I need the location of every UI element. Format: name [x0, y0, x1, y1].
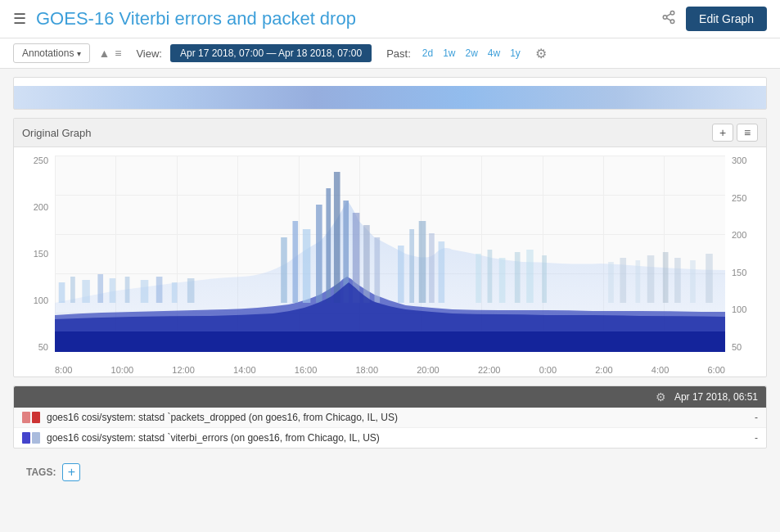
svg-rect-40	[663, 252, 669, 303]
y-axis-left: 250 200 150 100 50	[14, 156, 52, 352]
collapse-icon[interactable]: ▲	[98, 47, 110, 60]
tags-row: TAGS: +	[13, 457, 767, 488]
swatch-right-packets	[32, 412, 40, 423]
x-label-12: 12:00	[172, 365, 195, 375]
svg-rect-32	[499, 258, 506, 303]
swatch-right-viterbi	[32, 432, 40, 444]
share-icon[interactable]	[661, 10, 676, 28]
y-label-250: 250	[34, 156, 48, 165]
chart-canvas	[55, 156, 725, 352]
svg-point-2	[670, 20, 674, 24]
main-content: Original Graph + ≡ 250 200 150 100 50 30…	[0, 69, 780, 496]
past-2d-button[interactable]: 2d	[419, 46, 436, 61]
graph-panel: Original Graph + ≡ 250 200 150 100 50 30…	[13, 118, 767, 377]
y-label-100: 100	[34, 295, 48, 305]
y-label-200: 200	[34, 202, 48, 212]
mini-chart-fill	[14, 86, 766, 109]
y-label-r-250: 250	[732, 193, 746, 203]
svg-rect-8	[97, 274, 103, 303]
y-axis-right: 300 250 200 150 100 50	[728, 156, 766, 352]
swatch-left-viterbi	[22, 432, 30, 444]
svg-rect-5	[59, 282, 65, 303]
tags-label: TAGS:	[26, 467, 56, 478]
x-label-4: 4:00	[652, 365, 669, 375]
svg-rect-20	[334, 172, 340, 303]
svg-rect-33	[515, 252, 521, 303]
page-header: ☰ GOES-16 Viterbi errors and packet drop…	[0, 0, 780, 38]
svg-rect-9	[110, 278, 116, 303]
svg-rect-24	[374, 237, 380, 303]
graph-panel-header: Original Graph + ≡	[14, 119, 766, 147]
data-value-packets: -	[733, 412, 758, 423]
x-label-22: 22:00	[478, 365, 501, 375]
svg-rect-16	[292, 221, 298, 303]
past-1y-button[interactable]: 1y	[507, 46, 524, 61]
svg-rect-25	[398, 246, 404, 303]
hamburger-icon[interactable]: ☰	[13, 10, 26, 28]
svg-rect-28	[429, 233, 435, 303]
svg-rect-7	[82, 280, 90, 303]
x-label-8: 8:00	[55, 365, 72, 375]
svg-point-1	[663, 16, 667, 20]
svg-rect-11	[141, 280, 149, 303]
add-tag-button[interactable]: +	[62, 463, 80, 481]
settings-icon[interactable]: ⚙	[535, 46, 547, 61]
svg-rect-35	[542, 255, 547, 303]
toolbar-icons: ▲ ≡	[98, 47, 121, 60]
svg-rect-26	[409, 229, 414, 303]
svg-point-0	[670, 11, 674, 16]
past-1w-button[interactable]: 1w	[440, 46, 458, 61]
svg-rect-31	[488, 250, 493, 303]
svg-rect-18	[316, 205, 322, 303]
x-label-10: 10:00	[111, 365, 134, 375]
add-graph-button[interactable]: +	[712, 124, 733, 142]
x-label-16: 16:00	[295, 365, 318, 375]
series-name-viterbi: goes16 cosi/system: statsd `viterbi_erro…	[47, 432, 727, 444]
svg-rect-10	[125, 277, 130, 303]
data-table-header: ⚙ Apr 17 2018, 06:51	[14, 386, 766, 408]
data-row-packets: goes16 cosi/system: statsd `packets_drop…	[14, 408, 766, 428]
graph-menu-button[interactable]: ≡	[737, 124, 758, 142]
data-table-header-date: Apr 17 2018, 06:51	[674, 391, 758, 403]
y-label-50: 50	[38, 342, 48, 352]
data-value-viterbi: -	[733, 432, 758, 444]
y-label-r-200: 200	[732, 230, 746, 240]
annotations-button[interactable]: Annotations	[13, 43, 90, 63]
chart-svg	[55, 156, 725, 352]
lines-icon[interactable]: ≡	[115, 47, 121, 60]
past-label: Past:	[386, 47, 411, 60]
svg-rect-42	[690, 260, 696, 303]
svg-rect-36	[608, 262, 614, 303]
svg-rect-30	[476, 254, 481, 303]
svg-rect-37	[620, 258, 626, 303]
graph-panel-title: Original Graph	[22, 127, 709, 139]
chart-bg	[55, 156, 725, 352]
svg-rect-19	[326, 188, 331, 303]
svg-rect-39	[647, 255, 655, 303]
svg-rect-23	[363, 225, 370, 303]
svg-rect-13	[172, 282, 178, 303]
color-swatch-packets	[22, 412, 40, 423]
svg-line-4	[667, 14, 671, 16]
svg-rect-41	[674, 258, 681, 303]
past-2w-button[interactable]: 2w	[462, 46, 480, 61]
chart-area: 250 200 150 100 50 300 250 200 150 100 5…	[14, 147, 766, 376]
svg-line-3	[667, 18, 671, 20]
edit-graph-button[interactable]: Edit Graph	[686, 7, 767, 31]
toolbar: Annotations ▲ ≡ View: Apr 17 2018, 07:00…	[0, 38, 780, 69]
mini-chart	[13, 77, 767, 110]
svg-rect-6	[70, 277, 75, 303]
data-table-gear-icon[interactable]: ⚙	[656, 390, 666, 404]
color-swatch-viterbi	[22, 432, 40, 444]
view-range[interactable]: Apr 17 2018, 07:00 — Apr 18 2018, 07:00	[170, 44, 372, 62]
svg-rect-27	[419, 221, 426, 303]
svg-rect-14	[187, 278, 195, 303]
page-title: GOES-16 Viterbi errors and packet drop	[36, 8, 652, 29]
series-name-packets: goes16 cosi/system: statsd `packets_drop…	[47, 412, 727, 423]
svg-rect-43	[706, 254, 713, 303]
x-label-18: 18:00	[355, 365, 378, 375]
data-row-viterbi: goes16 cosi/system: statsd `viterbi_erro…	[14, 428, 766, 448]
y-label-r-300: 300	[732, 156, 746, 165]
past-4w-button[interactable]: 4w	[485, 46, 503, 61]
x-label-14: 14:00	[233, 365, 256, 375]
